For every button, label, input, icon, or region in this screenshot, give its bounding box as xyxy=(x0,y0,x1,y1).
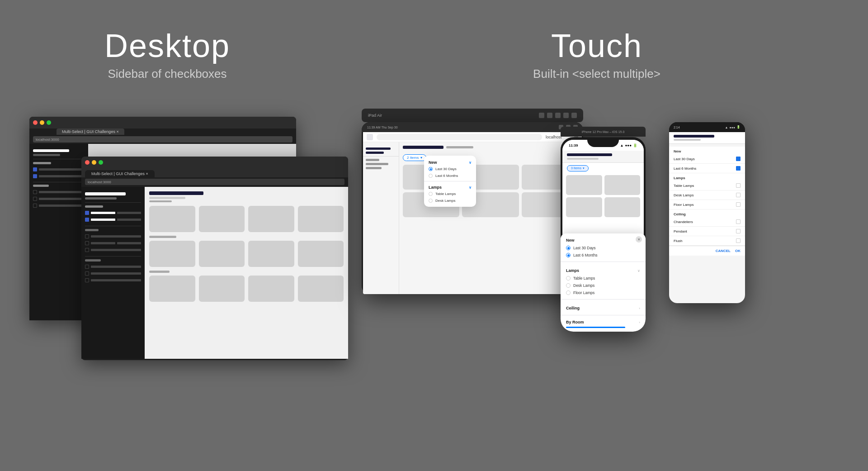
android-section-lamps: Lamps xyxy=(669,173,745,181)
android-checkbox-flush[interactable] xyxy=(736,238,741,243)
close-btn-back[interactable] xyxy=(33,120,38,125)
android-list-item[interactable]: Pendant xyxy=(669,227,745,236)
browser-tab-back[interactable]: Multi-Select | GUI Challenges × xyxy=(57,128,124,135)
dp-lamps-label: Lamps xyxy=(429,185,442,190)
android-checkbox-table[interactable] xyxy=(736,183,741,188)
minimize-btn-front[interactable] xyxy=(92,160,96,165)
ipad-time: 11:39 AM Thu Sep 30 xyxy=(367,126,398,129)
ios-item-desk[interactable]: Desk Lamps xyxy=(566,282,640,289)
ipad-main-content: 2 Items ▾ xyxy=(399,142,582,294)
radio-table-lamps[interactable] xyxy=(429,192,433,196)
grid-cell xyxy=(298,276,344,302)
ios-item-table[interactable]: Table Lamps xyxy=(566,275,640,282)
android-list-item[interactable]: Flush xyxy=(669,236,745,246)
sidebar-item[interactable] xyxy=(81,240,145,247)
chevron-right-icon: › xyxy=(639,320,640,324)
chevron-down-icon: ∨ xyxy=(469,186,472,190)
android-list-item[interactable]: Table Lamps xyxy=(669,181,745,190)
touch-section-heading: Touch Built-in <select multiple> xyxy=(425,27,769,81)
iphone-filter-button[interactable]: 3 Items ▾ xyxy=(567,165,589,171)
iphone-frame: 11:39 ▲ ●●● 🔋 3 Items ▾ xyxy=(561,137,646,332)
android-checkbox-desk[interactable] xyxy=(736,193,741,197)
desktop-subtitle: Sidebar of checkboxes xyxy=(23,67,312,81)
grid-cell xyxy=(248,241,294,267)
grid-cell xyxy=(199,276,245,302)
dp-new-label: New xyxy=(429,160,437,165)
android-checkbox-pendant[interactable] xyxy=(736,229,741,233)
ios-item-floor[interactable]: Floor Lamps xyxy=(566,289,640,296)
chevron-down-icon: ∨ xyxy=(469,161,472,165)
ipad-url: localhost xyxy=(546,135,562,139)
sidebar-item[interactable] xyxy=(81,270,145,277)
radio-last30[interactable] xyxy=(429,167,433,171)
android-section-new: New xyxy=(669,147,745,154)
ios-radio-desk[interactable] xyxy=(566,283,571,288)
grid-cell xyxy=(149,241,195,267)
grid-cell xyxy=(566,175,602,195)
ipad-search[interactable] xyxy=(377,134,542,140)
radio-desk-lamps[interactable] xyxy=(429,199,433,203)
dp-item-desk-lamps[interactable]: Desk Lamps xyxy=(424,197,476,204)
ipad-back-btn[interactable] xyxy=(367,134,373,140)
browser-tab-front[interactable]: Multi-Select | GUI Challenges × xyxy=(85,170,155,177)
ipad-sidebar xyxy=(363,142,399,294)
ios-item-last30[interactable]: Last 30 Days xyxy=(566,244,640,252)
ios-by-room: By Room xyxy=(566,320,584,324)
grid-cell xyxy=(199,206,245,232)
touch-title: Touch xyxy=(425,27,769,64)
sidebar-item[interactable] xyxy=(81,209,145,216)
android-checkbox-chandeliers[interactable] xyxy=(736,219,741,224)
minimize-btn-back[interactable] xyxy=(40,120,44,125)
ios-filter-sheet: ✕ New ∨ Last 30 Days Last 6 Months xyxy=(562,233,644,329)
maximize-btn-back[interactable] xyxy=(47,120,51,125)
android-cancel-button[interactable]: CANCEL xyxy=(716,249,731,253)
android-list-item[interactable]: Desk Lamps xyxy=(669,190,745,200)
ipad-filter-button[interactable]: 2 Items ▾ xyxy=(403,154,426,161)
iphone-filter-header xyxy=(562,151,644,163)
android-section-ceiling: Ceiling xyxy=(669,209,745,217)
android-footer: CANCEL OK xyxy=(669,246,745,256)
android-checkbox-last30[interactable] xyxy=(736,157,741,161)
grid-cell xyxy=(298,241,344,267)
grid-cell xyxy=(604,175,641,195)
android-list-item[interactable]: Last 6 Months xyxy=(669,164,745,173)
ios-radio-floor[interactable] xyxy=(566,290,571,295)
sheet-close-btn[interactable]: ✕ xyxy=(636,236,642,243)
android-ok-button[interactable]: OK xyxy=(735,249,741,253)
ipad-device: iPad Air 11:39 AM Thu Sep 30 xyxy=(362,109,588,335)
android-device: 2:14 ▲ ●●● 🔋 New Last 30 Days xyxy=(669,122,748,303)
sidebar-item[interactable] xyxy=(81,247,145,253)
grid-cell xyxy=(566,197,602,217)
ios-section-lamps: Lamps xyxy=(566,268,579,273)
sidebar-item[interactable] xyxy=(81,233,145,240)
chevron-right-icon: › xyxy=(639,306,640,310)
android-checkbox-last6[interactable] xyxy=(736,166,741,171)
iphone-notch xyxy=(587,137,619,147)
sidebar-item[interactable] xyxy=(81,263,145,270)
browser-window-front: Multi-Select | GUI Challenges × localhos… xyxy=(81,157,348,360)
touch-subtitle: Built-in <select multiple> xyxy=(425,67,769,81)
android-list-item[interactable]: Last 30 Days xyxy=(669,154,745,164)
chevron-icon: ∨ xyxy=(637,269,640,273)
android-list-item[interactable]: Chandeliers xyxy=(669,217,745,227)
close-btn-front[interactable] xyxy=(85,160,90,165)
ios-item-last6[interactable]: Last 6 Months xyxy=(566,252,640,259)
touch-mockup: iPad Air 11:39 AM Thu Sep 30 xyxy=(362,109,841,344)
dp-item-last6[interactable]: Last 6 Months xyxy=(424,172,476,179)
dp-item-table-lamps[interactable]: Table Lamps xyxy=(424,190,476,197)
dp-item-last30[interactable]: Last 30 Days xyxy=(424,166,476,172)
sidebar-item[interactable] xyxy=(81,277,145,284)
android-checkbox-floor[interactable] xyxy=(736,202,741,207)
radio-last6[interactable] xyxy=(429,174,433,178)
android-list-item[interactable]: Floor Lamps xyxy=(669,200,745,209)
desktop-mockup: Multi-Select | GUI Challenges × localhos… xyxy=(29,117,310,334)
android-time: 2:14 xyxy=(674,126,680,129)
sidebar-item[interactable] xyxy=(81,216,145,223)
ios-radio-last6[interactable] xyxy=(566,253,571,257)
ios-radio-last30[interactable] xyxy=(566,246,571,250)
android-list: New Last 30 Days Last 6 Months Lamps Tab… xyxy=(669,147,745,246)
grid-cell xyxy=(248,276,294,302)
ios-radio-table[interactable] xyxy=(566,276,571,281)
maximize-btn-front[interactable] xyxy=(99,160,103,165)
grid-cell xyxy=(298,206,344,232)
